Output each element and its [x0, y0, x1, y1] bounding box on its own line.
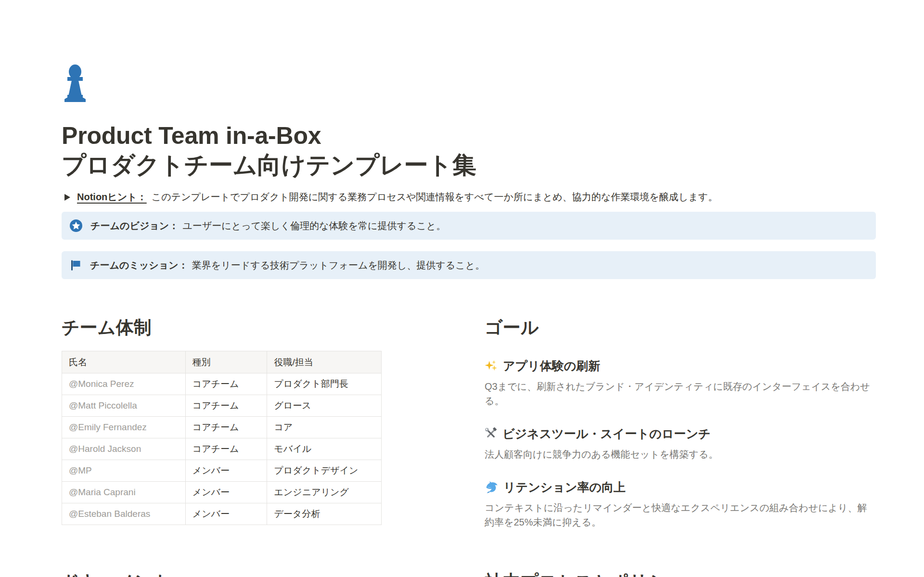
notion-page: Product Team in-a-Boxプロダクトチーム向けテンプレート集 N…: [0, 0, 924, 577]
two-column-section: チーム体制 氏名 種別 役職/担当 @Monica Perez コアチーム: [62, 317, 876, 547]
member-name-cell[interactable]: @Emily Fernandez: [62, 417, 186, 438]
header-cell-role[interactable]: 役職/担当: [267, 351, 382, 373]
mission-label: チームのミッション：: [90, 260, 188, 270]
table-header-row: 氏名 種別 役職/担当: [62, 351, 382, 373]
star-circle-icon: [69, 219, 83, 232]
user-mention[interactable]: @Maria Caprani: [69, 487, 136, 497]
goal-description: Q3までに、刷新されたブランド・アイデンティティに既存のインターフェイスを合わせ…: [485, 379, 876, 408]
cutoff-headings-row: ドキュメント 社内プロセスとポリシー: [0, 571, 924, 577]
user-mention[interactable]: @Matt Piccolella: [69, 400, 137, 410]
user-mention[interactable]: @MP: [69, 465, 92, 475]
goal-title: リテンション率の向上: [485, 479, 876, 495]
vision-callout-text: チームのビジョン：ユーザーにとって楽しく倫理的な体験を常に提供すること。: [90, 219, 446, 232]
mission-callout-text: チームのミッション：業界をリードする技術プラットフォームを開発し、提供すること。: [90, 258, 485, 272]
cutoff-heading-left: ドキュメント: [62, 571, 171, 577]
member-name-cell[interactable]: @Esteban Balderas: [62, 503, 186, 525]
goal-title: ビジネスツール・スイートのローンチ: [485, 426, 876, 441]
member-name-cell[interactable]: @Matt Piccolella: [62, 395, 186, 417]
team-table: 氏名 種別 役職/担当 @Monica Perez コアチーム プロダクト部門長…: [62, 351, 382, 525]
user-mention[interactable]: @Harold Jackson: [69, 444, 141, 454]
mission-text: 業界をリードする技術プラットフォームを開発し、提供すること。: [192, 260, 485, 270]
vision-label: チームのビジョン：: [90, 220, 179, 231]
hammer-wrench-icon: [485, 427, 497, 440]
goal-title-text: ビジネスツール・スイートのローンチ: [502, 426, 711, 441]
goal-item: アプリ体験の刷新 Q3までに、刷新されたブランド・アイデンティティに既存のインタ…: [485, 358, 876, 408]
member-type-cell[interactable]: メンバー: [185, 503, 267, 525]
goal-description: コンテキストに沿ったリマインダーと快適なエクスペリエンスの組み合わせにより、解約…: [485, 500, 876, 529]
goal-title: アプリ体験の刷新: [485, 358, 876, 373]
table-row: @Harold Jackson コアチーム モバイル: [62, 438, 382, 460]
hint-text: このテンプレートでプロダクト開発に関する業務プロセスや関連情報をすべて一か所にま…: [152, 192, 718, 202]
page-title: Product Team in-a-Boxプロダクトチーム向けテンプレート集: [62, 121, 876, 180]
table-row: @MP メンバー プロダクトデザイン: [62, 460, 382, 482]
goal-list: アプリ体験の刷新 Q3までに、刷新されたブランド・アイデンティティに既存のインタ…: [485, 358, 876, 529]
user-mention[interactable]: @Monica Perez: [69, 379, 134, 389]
mission-callout: チームのミッション：業界をリードする技術プラットフォームを開発し、提供すること。: [62, 251, 876, 279]
team-column: チーム体制 氏名 種別 役職/担当 @Monica Perez コアチーム: [62, 317, 382, 525]
member-name-cell[interactable]: @MP: [62, 460, 186, 482]
dolphin-icon: [485, 480, 498, 494]
header-cell-name[interactable]: 氏名: [62, 351, 186, 373]
member-role-cell[interactable]: グロース: [267, 395, 382, 417]
member-type-cell[interactable]: コアチーム: [185, 395, 267, 417]
member-role-cell[interactable]: モバイル: [267, 438, 382, 460]
member-name-cell[interactable]: @Maria Caprani: [62, 482, 186, 503]
user-mention[interactable]: @Emily Fernandez: [69, 422, 147, 432]
goals-column: ゴール アプリ体験の刷新: [485, 317, 876, 547]
table-row: @Esteban Balderas メンバー データ分析: [62, 503, 382, 525]
page-title-line1: Product Team in-a-Box: [62, 122, 321, 149]
member-role-cell[interactable]: プロダクト部門長: [267, 373, 382, 395]
page-title-line2: プロダクトチーム向けテンプレート集: [62, 152, 476, 179]
vision-callout: チームのビジョン：ユーザーにとって楽しく倫理的な体験を常に提供すること。: [62, 212, 876, 240]
team-heading: チーム体制: [62, 317, 382, 338]
goals-heading: ゴール: [485, 317, 876, 338]
member-name-cell[interactable]: @Monica Perez: [62, 373, 186, 395]
flag-icon: [69, 259, 82, 272]
member-type-cell[interactable]: メンバー: [185, 482, 267, 503]
toggle-triangle-icon[interactable]: [64, 194, 70, 201]
member-role-cell[interactable]: プロダクトデザイン: [267, 460, 382, 482]
goal-description: 法人顧客向けに競争力のある機能セットを構築する。: [485, 447, 876, 462]
cutoff-heading-right: 社内プロセスとポリシー: [485, 571, 684, 577]
member-type-cell[interactable]: コアチーム: [185, 417, 267, 438]
goal-title-text: リテンション率の向上: [503, 479, 626, 495]
sparkles-icon: [485, 359, 498, 372]
vision-text: ユーザーにとって楽しく倫理的な体験を常に提供すること。: [182, 220, 446, 231]
pawn-icon[interactable]: [62, 64, 89, 104]
goal-item: ビジネスツール・スイートのローンチ 法人顧客向けに競争力のある機能セットを構築す…: [485, 426, 876, 462]
hint-label: Notionヒント：: [77, 192, 147, 202]
table-row: @Maria Caprani メンバー エンジニアリング: [62, 482, 382, 503]
member-role-cell[interactable]: コア: [267, 417, 382, 438]
header-cell-type[interactable]: 種別: [185, 351, 267, 373]
member-type-cell[interactable]: コアチーム: [185, 373, 267, 395]
hint-content: Notionヒント：このテンプレートでプロダクト開発に関する業務プロセスや関連情…: [77, 191, 718, 204]
table-row: @Emily Fernandez コアチーム コア: [62, 417, 382, 438]
user-mention[interactable]: @Esteban Balderas: [69, 509, 150, 519]
member-type-cell[interactable]: コアチーム: [185, 438, 267, 460]
goal-item: リテンション率の向上 コンテキストに沿ったリマインダーと快適なエクスペリエンスの…: [485, 479, 876, 529]
member-type-cell[interactable]: メンバー: [185, 460, 267, 482]
member-role-cell[interactable]: データ分析: [267, 503, 382, 525]
member-name-cell[interactable]: @Harold Jackson: [62, 438, 186, 460]
member-role-cell[interactable]: エンジニアリング: [267, 482, 382, 503]
goal-title-text: アプリ体験の刷新: [503, 358, 600, 373]
table-row: @Monica Perez コアチーム プロダクト部門長: [62, 373, 382, 395]
table-row: @Matt Piccolella コアチーム グロース: [62, 395, 382, 417]
notion-hint-toggle[interactable]: Notionヒント：このテンプレートでプロダクト開発に関する業務プロセスや関連情…: [62, 191, 876, 204]
